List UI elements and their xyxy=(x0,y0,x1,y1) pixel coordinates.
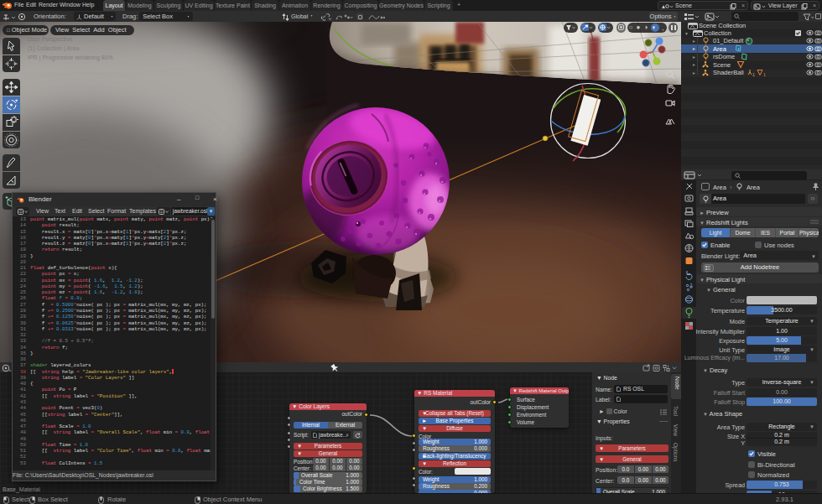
svg-text:1: 1 xyxy=(763,72,766,77)
svg-text:1: 1 xyxy=(752,72,755,77)
